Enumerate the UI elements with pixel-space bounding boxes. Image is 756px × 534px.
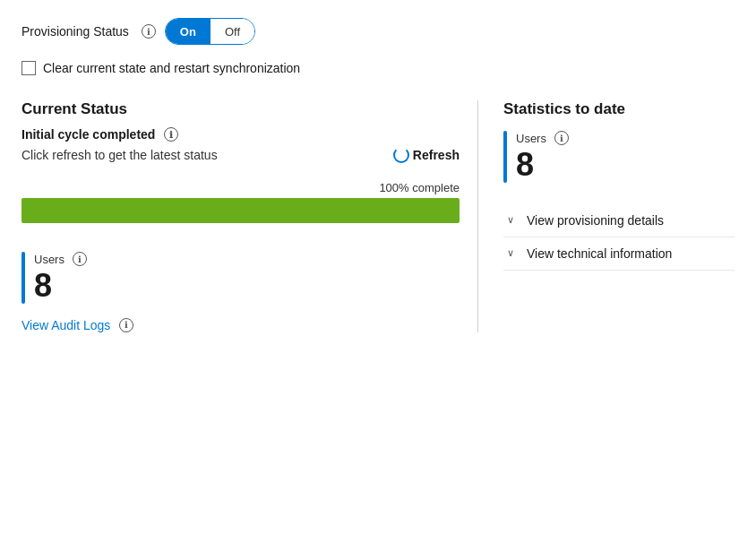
refresh-label: Refresh [413,148,460,162]
progress-bar [21,198,460,223]
view-technical-information-item[interactable]: ∨ View technical information [503,237,735,271]
main-layout: Current Status Initial cycle completed ℹ… [21,100,735,332]
stats-users-count: 8 [516,147,569,183]
audit-logs-info-icon[interactable]: ℹ [119,318,133,332]
provisioning-toggle[interactable]: On Off [165,18,255,45]
users-info-icon[interactable]: ℹ [73,252,87,266]
current-status-title: Current Status [21,100,460,118]
cycle-info-icon[interactable]: ℹ [164,127,178,142]
provisioning-status-label: Provisioning Status [21,24,129,39]
stats-users-info-icon[interactable]: ℹ [554,131,569,145]
view-technical-information-label: View technical information [527,246,672,261]
clear-state-row: Clear current state and restart synchron… [21,61,735,75]
clear-state-checkbox[interactable] [21,61,36,75]
right-column: Statistics to date Users ℹ 8 ∨ View prov… [478,100,735,332]
stats-users-label: Users [516,132,546,145]
initial-cycle-row: Initial cycle completed ℹ [21,127,460,142]
statistics-title: Statistics to date [503,100,735,118]
left-column: Current Status Initial cycle completed ℹ… [21,100,478,332]
toggle-on-button[interactable]: On [166,19,210,44]
progress-label: 100% complete [21,181,460,194]
bottom-users-section: Users ℹ 8 [21,252,460,304]
users-content: Users ℹ 8 [34,252,87,304]
click-refresh-text: Click refresh to get the latest status [21,148,218,162]
view-provisioning-details-item[interactable]: ∨ View provisioning details [503,204,735,237]
users-label-row: Users ℹ [34,252,87,266]
users-accent-bar [21,252,25,304]
refresh-icon [393,147,409,163]
initial-cycle-label: Initial cycle completed [21,127,155,142]
toggle-off-button[interactable]: Off [210,19,254,44]
progress-section: 100% complete [21,181,460,223]
clear-state-label: Clear current state and restart synchron… [43,61,300,75]
view-audit-logs-link[interactable]: View Audit Logs [21,318,110,332]
stats-users-section: Users ℹ 8 [503,131,735,183]
refresh-button[interactable]: Refresh [393,147,460,163]
stats-accent-bar [503,131,507,183]
stats-users-content: Users ℹ 8 [516,131,569,183]
users-label: Users [34,253,64,266]
chevron-down-icon-2: ∨ [503,247,518,259]
click-refresh-row: Click refresh to get the latest status R… [21,147,460,163]
view-provisioning-details-label: View provisioning details [527,213,664,228]
users-count: 8 [34,268,87,304]
chevron-down-icon: ∨ [503,214,518,226]
stats-users-label-row: Users ℹ [516,131,569,145]
provisioning-status-row: Provisioning Status ℹ On Off [21,18,735,45]
provisioning-status-info-icon[interactable]: ℹ [142,24,156,39]
audit-logs-row: View Audit Logs ℹ [21,318,460,332]
